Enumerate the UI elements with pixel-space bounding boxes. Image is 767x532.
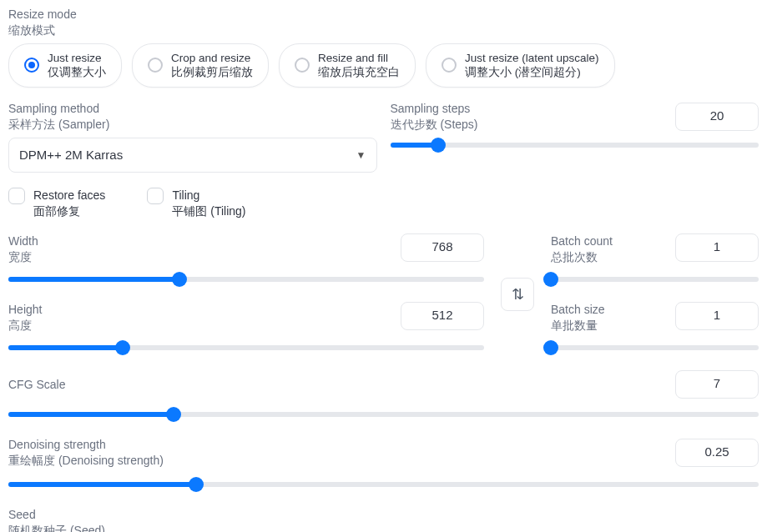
seed-label: Seed随机数种子 (Seed) <box>8 507 759 532</box>
checkbox-label: Tiling <box>172 188 199 202</box>
checkbox-label: Restore faces <box>33 188 105 202</box>
batch-count-value[interactable]: 1 <box>675 233 759 262</box>
tiling-checkbox[interactable]: Tiling 平铺图 (Tiling) <box>147 188 245 219</box>
resize-option-just-resize[interactable]: Just resize 仅调整大小 <box>8 43 122 88</box>
option-label: 调整大小 (潜空间超分) <box>465 65 599 80</box>
option-label: 比例裁剪后缩放 <box>171 65 253 80</box>
swap-dimensions-button[interactable]: ⇅ <box>501 278 534 311</box>
cfg-scale-value[interactable]: 7 <box>675 370 759 399</box>
batch-count-label: Batch count总批次数 <box>551 233 613 265</box>
batch-size-label: Batch size单批数量 <box>551 302 605 334</box>
radio-icon <box>295 58 310 73</box>
batch-count-slider[interactable] <box>551 272 759 287</box>
resize-option-resize-and-fill[interactable]: Resize and fill 缩放后填充空白 <box>279 43 416 88</box>
checkbox-icon <box>8 188 25 204</box>
sampling-method-dropdown[interactable]: DPM++ 2M Karras ▼ <box>8 138 377 173</box>
option-label: Resize and fill <box>318 51 400 66</box>
denoising-slider[interactable] <box>8 477 759 492</box>
height-value[interactable]: 512 <box>401 302 484 330</box>
cfg-scale-slider[interactable] <box>8 407 759 422</box>
height-label: Height高度 <box>8 302 42 334</box>
resize-option-crop-and-resize[interactable]: Crop and resize 比例裁剪后缩放 <box>132 43 269 88</box>
option-label: 仅调整大小 <box>48 65 106 80</box>
denoising-value[interactable]: 0.25 <box>675 439 759 467</box>
sampling-steps-slider[interactable] <box>391 138 759 153</box>
resize-option-latent-upscale[interactable]: Just resize (latent upscale) 调整大小 (潜空间超分… <box>426 43 615 88</box>
radio-icon <box>148 58 163 73</box>
width-label: Width宽度 <box>8 233 38 265</box>
checkbox-label: 平铺图 (Tiling) <box>172 203 245 219</box>
batch-size-value[interactable]: 1 <box>675 302 759 330</box>
checkbox-icon <box>147 188 164 204</box>
sampling-method-label: Sampling method 采样方法 (Sampler) <box>8 101 377 133</box>
width-value[interactable]: 768 <box>401 233 484 262</box>
resize-mode-label: Resize mode 缩放模式 <box>8 7 759 38</box>
sampling-steps-value[interactable]: 20 <box>675 103 759 131</box>
option-label: Crop and resize <box>171 51 253 66</box>
dropdown-value: DPM++ 2M Karras <box>19 148 123 162</box>
denoising-label: Denoising strength重绘幅度 (Denoising streng… <box>8 437 164 469</box>
radio-icon <box>442 58 457 73</box>
chevron-down-icon: ▼ <box>356 149 366 161</box>
checkbox-label: 面部修复 <box>33 203 105 219</box>
swap-icon: ⇅ <box>512 285 524 304</box>
cfg-scale-label: CFG Scale <box>8 377 65 392</box>
option-label: Just resize (latent upscale) <box>465 51 599 66</box>
restore-faces-checkbox[interactable]: Restore faces 面部修复 <box>8 188 105 219</box>
width-slider[interactable] <box>8 272 484 287</box>
resize-mode-options: Just resize 仅调整大小 Crop and resize 比例裁剪后缩… <box>8 43 759 88</box>
height-slider[interactable] <box>8 340 484 355</box>
radio-icon <box>24 58 39 73</box>
sampling-steps-label: Sampling steps 迭代步数 (Steps) <box>391 101 478 133</box>
batch-size-slider[interactable] <box>551 340 759 355</box>
option-label: 缩放后填充空白 <box>318 65 400 80</box>
option-label: Just resize <box>48 51 106 66</box>
